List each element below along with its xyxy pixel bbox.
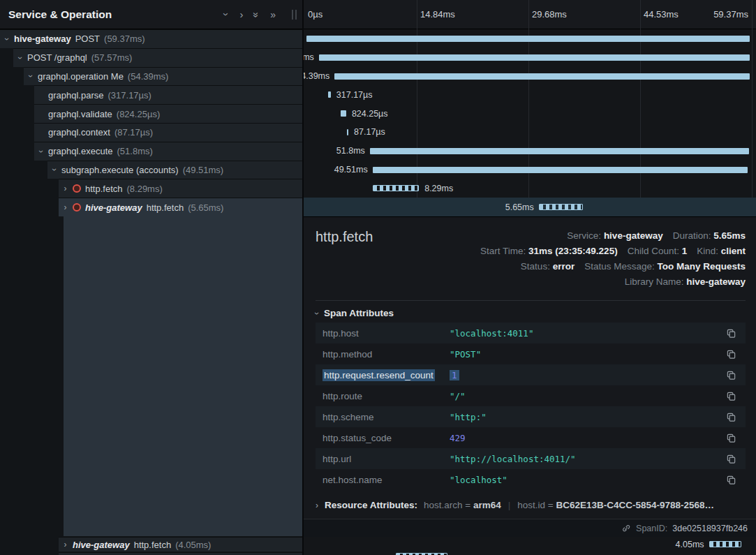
tree-row[interactable]: ›http.fetch(8.29ms) (59, 179, 302, 198)
span-duration-label: 8.29ms (424, 184, 453, 193)
span-title: http.fetch (316, 229, 373, 245)
span-bar[interactable] (347, 129, 348, 135)
span-duration: (54.39ms) (128, 71, 169, 82)
attribute-key-text: http.request.resend_count (323, 369, 435, 381)
attribute-key: http.route (323, 391, 450, 401)
span-bar[interactable] (373, 185, 420, 191)
meta-pair: Status: error (521, 261, 575, 272)
tree-row[interactable]: graphql.parse(317.17µs) (34, 85, 302, 104)
span-bar[interactable] (319, 54, 750, 61)
resource-attributes-row[interactable]: › Resource Attributes: host.arch = arm64… (316, 500, 746, 510)
attribute-value: 429 (450, 433, 718, 443)
attribute-row: http.request.resend_count1 (316, 364, 746, 385)
span-bar[interactable] (341, 110, 346, 117)
span-bar[interactable] (306, 36, 750, 42)
timeline-row[interactable]: 54.39ms (304, 67, 756, 86)
resource-attribute: host.id = BC62E13B-C4CC-5854-9788-2568… (517, 500, 714, 510)
timeline-row[interactable]: 49.51ms (304, 161, 756, 179)
meta-label: Child Count: (628, 246, 682, 256)
chevron-down-icon[interactable]: › (221, 13, 232, 16)
collapse-chevron-icon[interactable]: › (37, 148, 45, 154)
meta-value: 5.65ms (713, 230, 746, 241)
timeline-row[interactable]: 59.37ms (304, 29, 756, 48)
meta-label: Library Name: (625, 276, 687, 287)
attribute-value: "http:" (450, 412, 718, 422)
timeline-row[interactable]: 824.25µs (304, 104, 756, 123)
span-name: subgraph.execute (accounts) (61, 165, 179, 175)
copy-icon[interactable] (725, 348, 737, 360)
tree-row[interactable]: ›POST /graphql(57.57ms) (13, 48, 302, 67)
span-duration-label: 87.17µs (354, 127, 385, 137)
expand-chevron-icon[interactable]: › (62, 540, 68, 549)
attribute-key: http.request.resend_count (323, 370, 450, 380)
attribute-value-text: "/" (450, 391, 466, 401)
tree-row[interactable]: ›subgraph.execute (accounts)(49.51ms) (47, 161, 302, 179)
tree-row[interactable]: ›graphql.operation Me(54.39ms) (24, 67, 302, 86)
timeline-row[interactable]: 317.17µs (304, 85, 756, 104)
span-duration-label: 317.17µs (336, 90, 373, 100)
double-chevron-right-icon[interactable]: » (270, 10, 275, 20)
span-duration-label: 54.39ms (304, 71, 329, 81)
span-bar[interactable] (539, 204, 583, 210)
ruler-tick-label: 14.84ms (420, 9, 455, 20)
equals: = (545, 500, 556, 510)
span-bar[interactable] (334, 73, 750, 80)
copy-icon[interactable] (725, 327, 737, 339)
span-duration: (59.37ms) (104, 34, 145, 44)
attribute-key: http.status_code (323, 433, 450, 443)
attribute-key: http.url (323, 454, 450, 464)
span-duration-label: 4.05ms (676, 540, 704, 549)
attribute-value-text: 429 (450, 433, 466, 443)
link-icon[interactable] (621, 524, 631, 533)
span-footer: SpanID: 3de02518937fb246 (304, 519, 756, 537)
resize-grip[interactable] (292, 10, 297, 20)
double-chevron-down-icon[interactable]: » (252, 12, 262, 17)
span-duration: (824.25µs) (117, 109, 160, 119)
attribute-key: http.host (323, 328, 450, 339)
timeline-row[interactable] (304, 552, 756, 555)
timeline-row[interactable]: 5.65ms (304, 198, 756, 216)
timeline-row[interactable]: 51.8ms (304, 142, 756, 161)
expand-chevron-icon[interactable]: › (62, 184, 68, 193)
tree-row[interactable]: ›hive-gatewayhttp.fetch(5.65ms) (59, 198, 302, 216)
span-bar[interactable] (328, 91, 331, 98)
collapse-chevron-icon[interactable]: › (50, 167, 59, 173)
copy-icon[interactable] (725, 473, 737, 486)
span-attributes-title: Span Attributes (324, 308, 394, 318)
attribute-row: http.route"/" (316, 385, 746, 406)
timeline-row[interactable]: 87.17µs (304, 123, 756, 142)
attribute-value-text: "localhost" (450, 475, 507, 485)
copy-icon[interactable] (725, 390, 737, 402)
attribute-value: "http://localhost:4011/" (450, 454, 718, 464)
meta-value: hive-gateway (604, 230, 663, 241)
tree-row[interactable]: graphql.context(87.17µs) (34, 123, 302, 142)
span-duration: (87.17µs) (114, 127, 153, 138)
tree-row[interactable]: ›hive-gatewayPOST(59.37ms) (0, 29, 302, 48)
chevron-right-icon[interactable]: › (239, 9, 243, 20)
timeline-row[interactable]: 4.05ms (304, 537, 756, 552)
copy-icon[interactable] (725, 431, 737, 444)
tree-row[interactable]: graphql.validate(824.25µs) (34, 104, 302, 123)
collapse-chevron-icon[interactable]: › (3, 36, 11, 42)
error-icon (73, 203, 81, 212)
collapse-chevron-icon[interactable]: › (16, 54, 24, 61)
partial-tree-row (59, 552, 302, 555)
span-meta-line: Start Time: 31ms (23:35:49.225)Child Cou… (480, 244, 746, 259)
meta-value: 1 (682, 246, 688, 256)
span-bar[interactable] (709, 541, 742, 547)
span-attributes-header[interactable]: › Span Attributes (316, 308, 394, 318)
copy-icon[interactable] (725, 369, 737, 381)
meta-value: error (553, 261, 575, 272)
timeline-row[interactable]: 57.57ms (304, 48, 756, 67)
tree-row[interactable]: ›graphql.execute(51.8ms) (34, 142, 302, 161)
span-bar[interactable] (370, 148, 749, 154)
timeline-row[interactable]: 8.29ms (304, 179, 756, 198)
meta-pair: Kind: client (697, 246, 746, 256)
span-duration: (57.57ms) (91, 52, 133, 63)
tree-row[interactable]: ›hive-gatewayhttp.fetch(4.05ms) (59, 537, 302, 552)
expand-chevron-icon[interactable]: › (62, 203, 68, 212)
copy-icon[interactable] (725, 410, 737, 423)
collapse-chevron-icon[interactable]: › (27, 73, 35, 80)
copy-icon[interactable] (725, 452, 737, 465)
span-bar[interactable] (373, 167, 748, 173)
